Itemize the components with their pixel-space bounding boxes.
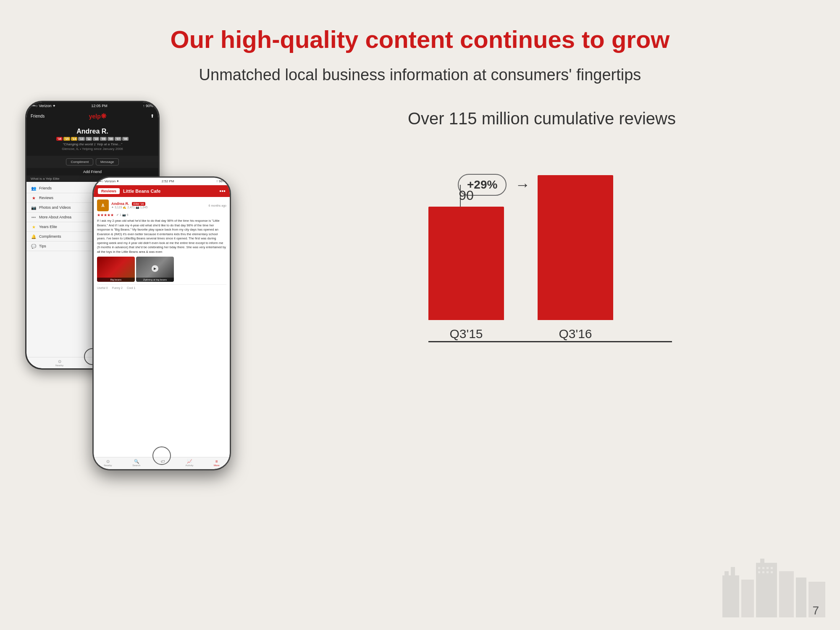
review-photo-2[interactable]: ▶ Ziplining at big beans [136,257,174,282]
review-photos: Big beans ▶ Ziplining at big beans [97,257,226,282]
nearby-icon-front: ⊙ [106,459,110,464]
review-text: If I ask my 2-year-old what he'd like to… [97,219,226,254]
reviewer-name: Andrea R. [111,202,129,206]
back-battery: ↑ 90% [143,104,153,108]
svg-rect-12 [771,567,773,569]
back-status-bar: •••○ Verizon ✦ 12:05 PM ↑ 90% [26,102,158,110]
building-decoration [718,542,827,617]
back-header: Friends yelp❋ ⬆ [26,110,158,123]
reviewer-stats: ✦ 3,123 ✍ 2,471 📷 1,045 [111,206,147,209]
page-number: 7 [812,604,819,617]
photos-icon: 📷 [31,205,37,210]
bar-q3-16: Q3'16 [538,172,613,341]
review-stars: ★★★★★ [97,213,114,217]
review-photo-1[interactable]: Big beans [97,257,135,282]
photo-1-label: Big beans [97,278,135,282]
front-battery: ↑ 96% [216,179,226,183]
nearby-label-front: Nearby [104,464,112,467]
svg-rect-3 [741,580,754,617]
review-content: A Andrea R. Elite '16 ✦ 3,123 ✍ 2,471 📷 … [94,197,230,457]
svg-rect-5 [760,559,764,565]
badge-09: '09 [100,137,106,141]
badge-08: '08 [108,137,114,141]
reviewer-row: A Andrea R. Elite '16 ✦ 3,123 ✍ 2,471 📷 … [97,200,226,211]
svg-rect-2 [731,567,735,578]
bar-q3-15-quarter: Q3'15 [449,327,483,341]
reviews-tab[interactable]: Reviews [98,188,120,194]
svg-rect-7 [796,578,806,617]
page-subtitle: Unmatched local business information at … [0,66,840,84]
bar-q3-16-bar [538,175,613,320]
badge-07: '07 [115,137,121,141]
more-label-front: More [214,464,220,467]
svg-rect-0 [722,575,739,617]
back-profile-name: Andrea R. [31,128,154,135]
review-checkins: ✔ 1 📷 6 [116,213,129,217]
nearby-nav-front[interactable]: ⊙ Nearby [104,459,112,467]
svg-rect-13 [758,571,760,573]
play-icon[interactable]: ▶ [152,265,158,272]
header-more-dots[interactable]: ••• [219,188,226,194]
back-profile-location: Glencoe, IL • Yelping since January 2006 [31,147,154,151]
compliment-button[interactable]: Compliment [66,158,93,165]
cool-vote[interactable]: Cool 1 [127,286,135,289]
content-area: •••○ Verizon ✦ 12:05 PM ↑ 90% Friends ye… [0,101,840,479]
add-friend-button[interactable]: Add Friend [26,168,158,176]
photo-2-label: Ziplining at big beans [136,278,174,282]
chart-area: Over 115 million cumulative reviews +29%… [269,101,815,479]
friends-icon: 👥 [31,185,37,191]
back-friends-nav[interactable]: Friends [31,114,45,118]
svg-rect-9 [758,567,760,569]
phones-container: •••○ Verizon ✦ 12:05 PM ↑ 90% Friends ye… [25,101,244,479]
badge-13: '13 [78,137,84,141]
phone-front: •••○ Verizon ✦ 2:52 PM ↑ 96% Reviews Lit… [92,176,231,470]
svg-rect-16 [771,571,773,573]
front-header: Reviews Little Beans Cafe ••• [94,185,230,197]
svg-rect-4 [756,563,777,617]
reviewer-info: Andrea R. Elite '16 ✦ 3,123 ✍ 2,471 📷 1,… [111,202,147,209]
front-home-button[interactable] [152,446,171,465]
badge-15: '15 [63,137,70,141]
svg-rect-14 [762,571,764,573]
funny-vote[interactable]: Funny 2 [112,286,123,289]
page-title: Our high-quality content continues to gr… [0,0,840,53]
useful-vote[interactable]: Useful 0 [97,286,108,289]
back-time: 12:05 PM [91,104,108,108]
reviewer-name-row: Andrea R. Elite '16 [111,202,147,206]
svg-rect-6 [779,571,794,617]
svg-rect-11 [766,567,769,569]
activity-nav-front[interactable]: 📈 Activity [185,459,193,467]
activity-icon-front: 📈 [187,459,192,464]
badge-16: '16 [56,137,63,141]
badge-14: '14 [71,137,77,141]
front-phone-screen: •••○ Verizon ✦ 2:52 PM ↑ 96% Reviews Lit… [94,178,230,469]
search-label-front: Search [132,464,140,467]
svg-rect-10 [762,567,764,569]
message-button[interactable]: Message [96,158,118,165]
svg-rect-15 [766,571,769,573]
bar-q3-15: 90 Q3'15 [428,188,504,341]
search-nav-front[interactable]: 🔍 Search [132,459,140,467]
back-profile-quote: "Changing the world 1 Yelp at a Time..." [31,142,154,146]
reviews-icon: ★ [31,195,37,201]
share-icon[interactable]: ⬆ [150,113,154,119]
back-action-buttons: Compliment Message [26,156,158,168]
bar-q3-16-quarter: Q3'16 [559,327,592,341]
review-actions: Useful 0 Funny 2 Cool 1 [97,284,226,289]
bar-q3-15-bar [428,207,504,320]
elite-badges: '16 '15 '14 '13 '12 '10 '09 '08 '07 '06 [31,137,154,141]
badge-06: '06 [122,137,129,141]
svg-rect-1 [724,571,729,578]
comp-icon: 🔔 [31,234,37,239]
more-nav-front[interactable]: ≡ More [214,459,220,467]
more-icon-front: ≡ [215,459,218,464]
front-time: 2:52 PM [162,179,174,183]
badge-10: '10 [93,137,99,141]
yelp-logo: yelp❋ [89,112,106,120]
back-profile-section: Andrea R. '16 '15 '14 '13 '12 '10 '09 '0… [26,123,158,156]
review-date: 6 months ago [209,204,226,207]
nearby-nav-back[interactable]: ⊙ Nearby [55,359,63,367]
activity-label-front: Activity [185,464,193,467]
badge-12: '12 [86,137,92,141]
reviewer-avatar: A [97,200,109,211]
